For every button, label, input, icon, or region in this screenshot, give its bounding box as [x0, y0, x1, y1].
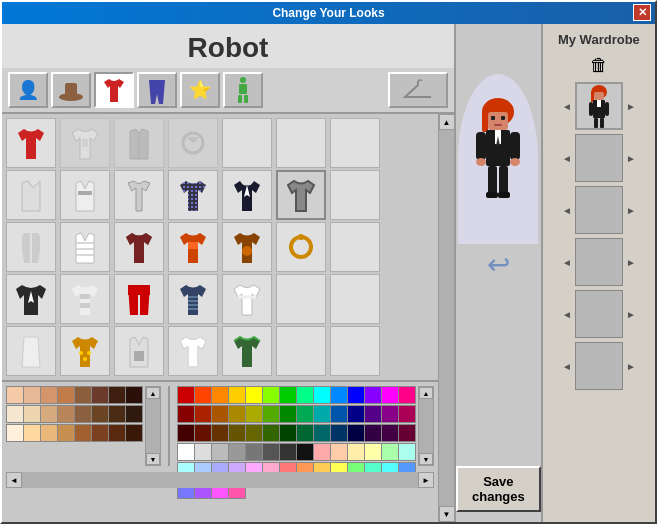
item-shirt6[interactable]: [222, 274, 272, 324]
skin-color-swatch[interactable]: [125, 405, 143, 423]
item-vest2[interactable]: [114, 170, 164, 220]
skin-color-swatch[interactable]: [108, 386, 126, 404]
item-stripe[interactable]: [60, 274, 110, 324]
main-color-swatch[interactable]: [262, 386, 280, 404]
item-collar[interactable]: [168, 118, 218, 168]
main-color-swatch[interactable]: [313, 405, 331, 423]
main-color-swatch[interactable]: [245, 405, 263, 423]
item-tank5[interactable]: [6, 326, 56, 376]
skin-color-swatch[interactable]: [57, 386, 75, 404]
main-color-swatch[interactable]: [296, 405, 314, 423]
item-selected[interactable]: [276, 170, 326, 220]
main-color-swatch[interactable]: [330, 405, 348, 423]
main-color-swatch[interactable]: [381, 424, 399, 442]
main-color-swatch[interactable]: [228, 443, 246, 461]
item-empty-3[interactable]: [330, 118, 380, 168]
main-color-swatch[interactable]: [194, 424, 212, 442]
wardrobe-arrow-right-2[interactable]: ►: [625, 153, 637, 164]
main-color-swatch[interactable]: [194, 443, 212, 461]
tab-star[interactable]: ⭐: [180, 72, 220, 108]
skin-color-swatch[interactable]: [6, 386, 24, 404]
wardrobe-arrow-right-3[interactable]: ►: [625, 205, 637, 216]
skin-color-swatch[interactable]: [125, 386, 143, 404]
scroll-left-btn[interactable]: ◄: [6, 472, 22, 488]
tab-figure[interactable]: [223, 72, 263, 108]
main-color-swatch[interactable]: [211, 386, 229, 404]
skin-color-swatch[interactable]: [23, 405, 41, 423]
wardrobe-arrow-left-5[interactable]: ◄: [561, 309, 573, 320]
skin-color-swatch[interactable]: [74, 405, 92, 423]
scroll-right-btn[interactable]: ►: [418, 472, 434, 488]
item-tank3[interactable]: [6, 222, 56, 272]
items-scroll-up[interactable]: ▲: [439, 114, 455, 130]
trash-button[interactable]: 🗑: [590, 55, 608, 76]
tab-pants[interactable]: [137, 72, 177, 108]
tab-person[interactable]: 👤: [8, 72, 48, 108]
wardrobe-arrow-left-4[interactable]: ◄: [561, 257, 573, 268]
item-empty-4[interactable]: [330, 170, 380, 220]
close-button[interactable]: ✕: [633, 4, 651, 21]
main-color-swatch[interactable]: [398, 443, 416, 461]
item-shirt5[interactable]: [222, 222, 272, 272]
main-color-swatch[interactable]: [245, 386, 263, 404]
main-color-swatch[interactable]: [313, 424, 331, 442]
skin-color-swatch[interactable]: [23, 386, 41, 404]
main-color-swatch[interactable]: [296, 424, 314, 442]
main-color-swatch[interactable]: [398, 405, 416, 423]
main-color-swatch[interactable]: [296, 443, 314, 461]
wardrobe-slot-5[interactable]: [575, 290, 623, 338]
item-race[interactable]: [114, 274, 164, 324]
main-color-swatch[interactable]: [364, 405, 382, 423]
item-empty-7[interactable]: [330, 274, 380, 324]
main-color-swatch[interactable]: [364, 386, 382, 404]
wardrobe-arrow-left-1[interactable]: ◄: [561, 101, 573, 112]
main-color-swatch[interactable]: [347, 443, 365, 461]
skin-color-swatch[interactable]: [91, 386, 109, 404]
main-color-swatch[interactable]: [279, 443, 297, 461]
wardrobe-arrow-left-2[interactable]: ◄: [561, 153, 573, 164]
main-color-swatch[interactable]: [347, 405, 365, 423]
item-white-shirt[interactable]: [60, 118, 110, 168]
item-ring[interactable]: [276, 222, 326, 272]
skin-color-swatch[interactable]: [40, 405, 58, 423]
main-color-swatch[interactable]: [177, 424, 195, 442]
skin-color-swatch[interactable]: [91, 424, 109, 442]
skin-color-swatch[interactable]: [74, 386, 92, 404]
main-color-swatch[interactable]: [364, 424, 382, 442]
skin-color-swatch[interactable]: [40, 386, 58, 404]
item-shirt3[interactable]: [114, 222, 164, 272]
main-color-swatch[interactable]: [347, 386, 365, 404]
item-empty-8[interactable]: [276, 326, 326, 376]
item-shirt7[interactable]: [114, 326, 164, 376]
item-coat[interactable]: [6, 274, 56, 324]
main-color-swatch[interactable]: [245, 443, 263, 461]
skin-color-swatch[interactable]: [6, 424, 24, 442]
main-color-swatch[interactable]: [228, 405, 246, 423]
main-color-swatch[interactable]: [279, 424, 297, 442]
tab-hat[interactable]: [51, 72, 91, 108]
main-color-swatch[interactable]: [228, 386, 246, 404]
wardrobe-arrow-right-4[interactable]: ►: [625, 257, 637, 268]
skin-color-swatch[interactable]: [57, 405, 75, 423]
main-color-swatch[interactable]: [245, 424, 263, 442]
main-color-swatch[interactable]: [262, 405, 280, 423]
item-empty-2[interactable]: [276, 118, 326, 168]
main-color-swatch[interactable]: [381, 405, 399, 423]
wardrobe-arrow-right-6[interactable]: ►: [625, 361, 637, 372]
skin-color-swatch[interactable]: [108, 424, 126, 442]
item-tank2[interactable]: [60, 170, 110, 220]
item-pattern1[interactable]: [168, 170, 218, 220]
main-color-swatch[interactable]: [177, 386, 195, 404]
wardrobe-slot-2[interactable]: [575, 134, 623, 182]
main-color-swatch[interactable]: [296, 386, 314, 404]
main-color-swatch[interactable]: [211, 424, 229, 442]
skin-color-swatch[interactable]: [74, 424, 92, 442]
skin-color-swatch[interactable]: [6, 405, 24, 423]
main-color-swatch[interactable]: [228, 424, 246, 442]
main-color-swatch[interactable]: [211, 443, 229, 461]
main-color-swatch[interactable]: [194, 386, 212, 404]
wardrobe-arrow-right-5[interactable]: ►: [625, 309, 637, 320]
main-color-swatch[interactable]: [398, 386, 416, 404]
item-shirt9[interactable]: [222, 326, 272, 376]
wardrobe-arrow-left-3[interactable]: ◄: [561, 205, 573, 216]
